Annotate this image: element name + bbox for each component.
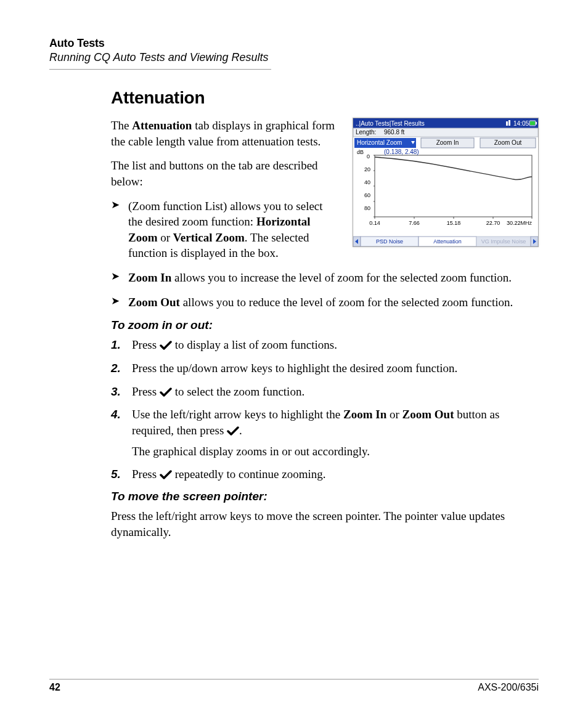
text: . bbox=[239, 424, 242, 437]
x-tick-3: 22.70 bbox=[486, 220, 500, 226]
bold-term: Zoom In bbox=[343, 408, 386, 421]
bold-term: Zoom Out bbox=[128, 296, 180, 309]
bullet-zoom-list: (Zoom function List) allows you to selec… bbox=[111, 198, 339, 262]
bullet-zoom-out: Zoom Out allows you to reduce the level … bbox=[111, 294, 539, 310]
zoom-select-label: Horizontal Zoom bbox=[357, 139, 402, 146]
x-tick-0: 0.14 bbox=[369, 220, 380, 226]
procedure-title-zoom: To zoom in or out: bbox=[111, 318, 539, 332]
section-title: Running CQ Auto Tests and Viewing Result… bbox=[49, 51, 539, 64]
step-1: 1. Press to display a list of zoom funct… bbox=[111, 337, 539, 353]
length-label: Length: bbox=[356, 129, 376, 136]
toolbar: Horizontal Zoom Zoom In Zoom Out bbox=[354, 138, 536, 148]
tab-vf-impulse-label: VG Impulse Noise bbox=[481, 238, 526, 245]
length-row bbox=[353, 128, 538, 137]
y-tick-0: 0 bbox=[367, 153, 370, 160]
step-5: 5. Press repeatedly to continue zooming. bbox=[111, 466, 539, 482]
text: or bbox=[386, 408, 402, 421]
document-page: Auto Tests Running CQ Auto Tests and Vie… bbox=[0, 0, 588, 714]
procedure-title-pointer: To move the screen pointer: bbox=[111, 490, 539, 503]
bold-term: Vertical Zoom bbox=[173, 231, 245, 244]
check-icon bbox=[160, 341, 172, 351]
text: allows you to increase the level of zoom… bbox=[171, 271, 512, 284]
bullet-zoom-in: Zoom In allows you to increase the level… bbox=[111, 270, 539, 286]
header-rule bbox=[49, 69, 271, 70]
bold-term: Attenuation bbox=[132, 119, 192, 132]
step-4-extra: The graphical display zooms in or out ac… bbox=[132, 444, 539, 460]
svg-rect-5 bbox=[353, 149, 538, 228]
bold-term: Zoom Out bbox=[402, 408, 454, 421]
chapter-title: Auto Tests bbox=[49, 37, 539, 50]
page-footer: 42 AXS-200/635i bbox=[49, 679, 539, 693]
text: or bbox=[158, 231, 173, 244]
check-icon bbox=[160, 470, 172, 480]
procedure-pointer-body: Press the left/right arrow keys to move … bbox=[111, 508, 539, 540]
running-head: Auto Tests Running CQ Auto Tests and Vie… bbox=[49, 37, 539, 70]
y-tick-4: 80 bbox=[364, 205, 370, 211]
check-icon bbox=[160, 387, 172, 397]
text: allows you to reduce the level of zoom f… bbox=[180, 296, 513, 309]
y-tick-2: 40 bbox=[364, 179, 370, 185]
y-unit: dB bbox=[357, 149, 364, 155]
device-screenshot: ..|Auto Tests|Test Results 14:05 bbox=[353, 118, 539, 249]
text: Press bbox=[132, 385, 160, 398]
x-tick-1: 7.66 bbox=[409, 220, 420, 226]
plot: dB 0 20 40 60 80 bbox=[353, 148, 538, 228]
text: Press bbox=[132, 468, 160, 481]
zoom-out-label: Zoom Out bbox=[494, 139, 522, 146]
text: to select the zoom function. bbox=[172, 385, 304, 398]
bold-term: Zoom In bbox=[128, 271, 171, 284]
y-tick-3: 60 bbox=[364, 192, 370, 198]
page-number: 42 bbox=[49, 682, 60, 693]
x-tick-4: 30.22MHz bbox=[507, 220, 533, 226]
zoom-in-label: Zoom In bbox=[436, 139, 459, 146]
battery-icon bbox=[529, 121, 537, 126]
tab-psd-noise-label: PSD Noise bbox=[376, 238, 403, 245]
length-value: 960.8 ft bbox=[384, 129, 405, 136]
device-tabs: PSD Noise Attenuation VG Impulse Noise bbox=[353, 237, 538, 246]
device-screenshot-svg: ..|Auto Tests|Test Results 14:05 bbox=[353, 118, 539, 247]
svg-rect-0 bbox=[506, 121, 508, 126]
svg-rect-4 bbox=[536, 122, 537, 124]
breadcrumb: ..|Auto Tests|Test Results bbox=[356, 120, 425, 127]
text: to display a list of zoom functions. bbox=[172, 338, 337, 351]
text: The bbox=[111, 119, 132, 132]
svg-rect-1 bbox=[508, 120, 510, 126]
tab-attenuation-label: Attenuation bbox=[433, 238, 462, 245]
check-icon bbox=[227, 426, 239, 436]
y-tick-1: 20 bbox=[364, 166, 370, 172]
text: Use the left/right arrow keys to highlig… bbox=[132, 408, 343, 421]
clock: 14:05 bbox=[513, 120, 529, 127]
step-3: 3. Press to select the zoom function. bbox=[111, 384, 539, 400]
model-number: AXS-200/635i bbox=[478, 682, 539, 693]
step-4: 4. Use the left/right arrow keys to high… bbox=[111, 407, 539, 459]
intro-p1: The Attenuation tab displays in graphica… bbox=[111, 118, 339, 149]
pointer-readout: (0.138, 2.48) bbox=[384, 148, 419, 155]
step-2: 2. Press the up/down arrow keys to highl… bbox=[111, 360, 539, 376]
x-tick-2: 15.18 bbox=[447, 220, 461, 226]
text: repeatedly to continue zooming. bbox=[172, 468, 326, 481]
content: Attenuation The Attenuation tab displays… bbox=[111, 88, 539, 540]
page-title: Attenuation bbox=[111, 88, 539, 108]
intro-and-first-bullet: The Attenuation tab displays in graphica… bbox=[111, 118, 339, 270]
text: Press the up/down arrow keys to highligh… bbox=[132, 362, 457, 375]
text: Press bbox=[132, 338, 160, 351]
intro-p2: The list and buttons on the tab are desc… bbox=[111, 158, 339, 189]
svg-rect-3 bbox=[530, 121, 535, 125]
